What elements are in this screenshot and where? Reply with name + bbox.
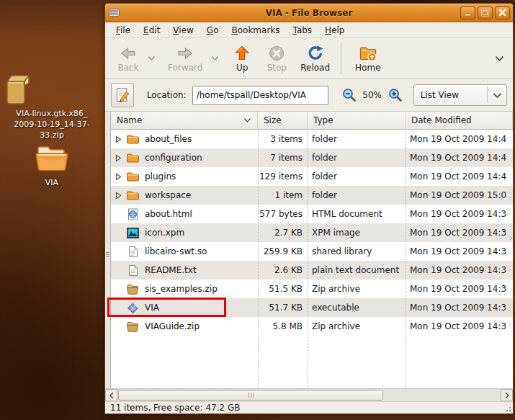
table-row-VIAGuide.zip[interactable]: VIAGuide.zip5.8 MBZip archiveMon 19 Oct … xyxy=(111,317,513,336)
cell-date-modified: Mon 19 Oct 2009 14:3 xyxy=(406,205,513,223)
table-row-configuration[interactable]: configuration7 itemsfolderMon 19 Oct 200… xyxy=(111,148,513,167)
column-header-name[interactable]: Name xyxy=(111,112,258,130)
column-header-type[interactable]: Type xyxy=(308,112,406,130)
cell-date-modified: Mon 19 Oct 2009 14:4 xyxy=(406,130,513,148)
cell-date-modified: Mon 19 Oct 2009 14:3 xyxy=(406,317,513,336)
forward-button[interactable]: Forward xyxy=(161,43,209,75)
cell-date-modified: Mon 19 Oct 2009 14:3 xyxy=(406,280,513,298)
table-row-VIA[interactable]: VIA51.7 KBexecutableMon 19 Oct 2009 14:3 xyxy=(111,298,513,317)
reload-icon xyxy=(307,45,324,62)
chevron-down-icon xyxy=(488,92,506,99)
window-titlebar[interactable]: VIA - File Browser xyxy=(105,4,513,22)
location-input[interactable] xyxy=(192,86,328,105)
file-name: VIAGuide.zip xyxy=(145,321,200,331)
table-row-plugins[interactable]: plugins129 itemsfolderMon 19 Oct 2009 14… xyxy=(111,167,513,186)
cell-name: libcairo-swt.so xyxy=(111,242,258,261)
menu-item-go[interactable]: Go xyxy=(200,24,225,37)
back-icon xyxy=(120,45,137,62)
home-button[interactable]: Home xyxy=(349,43,387,75)
status-bar: 11 items, Free space: 47.2 GB xyxy=(105,401,513,414)
file-list: NameSizeTypeDate Modified about_files3 i… xyxy=(111,112,513,388)
cell-name: README.txt xyxy=(111,261,258,280)
table-row-workspace[interactable]: workspace1 itemfolderMon 19 Oct 2009 15:… xyxy=(111,186,513,205)
view-mode-select[interactable]: List View xyxy=(413,84,507,106)
list-header: NameSizeTypeDate Modified xyxy=(111,112,513,130)
close-button[interactable] xyxy=(495,6,510,19)
expander-icon[interactable] xyxy=(113,192,124,200)
cell-type: plain text document xyxy=(308,261,406,280)
back-dropdown[interactable] xyxy=(145,44,157,73)
table-row-icon.xpm[interactable]: icon.xpm2.7 KBXPM imageMon 19 Oct 2009 1… xyxy=(111,223,513,242)
exe-file-icon xyxy=(124,301,141,315)
zoom-in-icon[interactable] xyxy=(388,87,403,103)
reload-label: Reload xyxy=(300,63,330,73)
toolbar-overflow-chevron-icon[interactable] xyxy=(491,44,507,73)
scroll-left-button[interactable] xyxy=(105,389,117,401)
column-header-date-modified[interactable]: Date Modified xyxy=(406,112,513,130)
column-header-label: Date Modified xyxy=(411,115,472,125)
home-icon xyxy=(359,45,377,62)
stop-icon xyxy=(268,45,285,62)
cell-type: folder xyxy=(308,130,406,148)
cell-size: 2.7 KB xyxy=(258,223,308,242)
back-label: Back xyxy=(117,63,138,73)
cell-size: 129 items xyxy=(258,167,308,186)
table-row-libcairo-swt.so[interactable]: libcairo-swt.so259.9 KBshared libraryMon… xyxy=(111,242,513,261)
file-name: sis_examples.zip xyxy=(145,284,218,294)
resize-grip[interactable] xyxy=(503,403,511,412)
location-label: Location: xyxy=(147,90,187,100)
cell-name: icon.xpm xyxy=(111,223,258,242)
back-button[interactable]: Back xyxy=(111,43,145,75)
forward-dropdown[interactable] xyxy=(209,44,220,73)
table-row-README.txt[interactable]: README.txt2.6 KBplain text documentMon 1… xyxy=(111,261,513,280)
maximize-icon xyxy=(481,9,489,17)
up-icon xyxy=(233,45,251,62)
file-name: icon.xpm xyxy=(145,228,184,238)
zoom-out-icon[interactable] xyxy=(341,87,357,103)
cell-type: shared library xyxy=(308,242,406,261)
menu-item-view[interactable]: View xyxy=(166,24,200,37)
scroll-right-button[interactable] xyxy=(501,389,513,401)
cell-name: sis_examples.zip xyxy=(111,280,258,298)
desktop-icon-via-folder[interactable]: VIA xyxy=(1,144,102,189)
reload-button[interactable]: Reload xyxy=(294,43,336,75)
scrollbar-thumb[interactable] xyxy=(118,390,383,401)
maximize-button[interactable] xyxy=(478,6,493,19)
horizontal-scrollbar[interactable] xyxy=(105,388,513,401)
desktop-icon-zip[interactable]: VIA-linux.gtk.x86_ 2009-10-19_14-37- 33.… xyxy=(1,73,102,141)
table-row-about.html[interactable]: about.html577 bytesHTML documentMon 19 O… xyxy=(111,205,513,223)
cell-name: workspace xyxy=(111,186,258,205)
expander-icon[interactable] xyxy=(113,173,124,181)
minimize-button[interactable] xyxy=(460,6,475,19)
table-row-sis_examples.zip[interactable]: sis_examples.zip51.5 KBZip archiveMon 19… xyxy=(111,280,513,298)
sidepane-splitter[interactable] xyxy=(105,112,111,388)
cell-name: about_files xyxy=(111,130,258,148)
menu-item-tabs[interactable]: Tabs xyxy=(287,24,319,37)
column-header-label: Name xyxy=(117,115,142,125)
cell-type: folder xyxy=(308,148,406,167)
sort-indicator-icon xyxy=(243,117,251,123)
file-name: VIA xyxy=(145,303,159,313)
file-name: about_files xyxy=(145,134,192,144)
edit-location-button[interactable] xyxy=(111,83,134,107)
stop-button[interactable]: Stop xyxy=(259,43,294,75)
up-button[interactable]: Up xyxy=(225,43,259,75)
table-row-about_files[interactable]: about_files3 itemsfolderMon 19 Oct 2009 … xyxy=(111,130,513,148)
menu-item-file[interactable]: File xyxy=(109,24,137,37)
menu-bar: FileEditViewGoBookmarksTabsHelp xyxy=(105,22,513,38)
cell-type: Zip archive xyxy=(308,317,406,336)
expander-icon[interactable] xyxy=(113,154,124,162)
menu-item-edit[interactable]: Edit xyxy=(137,24,166,37)
menu-item-help[interactable]: Help xyxy=(318,24,351,37)
cell-name: VIA xyxy=(111,298,258,317)
cell-size: 577 bytes xyxy=(258,205,308,223)
column-header-label: Type xyxy=(313,115,333,125)
expander-icon[interactable] xyxy=(113,135,124,143)
image-file-icon xyxy=(124,228,141,238)
edit-location-icon xyxy=(115,86,130,104)
column-header-size[interactable]: Size xyxy=(258,112,308,130)
desktop-icon-label: VIA-linux.gtk.x86_ 2009-10-19_14-37- 33.… xyxy=(1,109,102,141)
cell-type: folder xyxy=(308,167,406,186)
cell-type: XPM image xyxy=(308,223,406,242)
menu-item-bookmarks[interactable]: Bookmarks xyxy=(225,24,286,37)
